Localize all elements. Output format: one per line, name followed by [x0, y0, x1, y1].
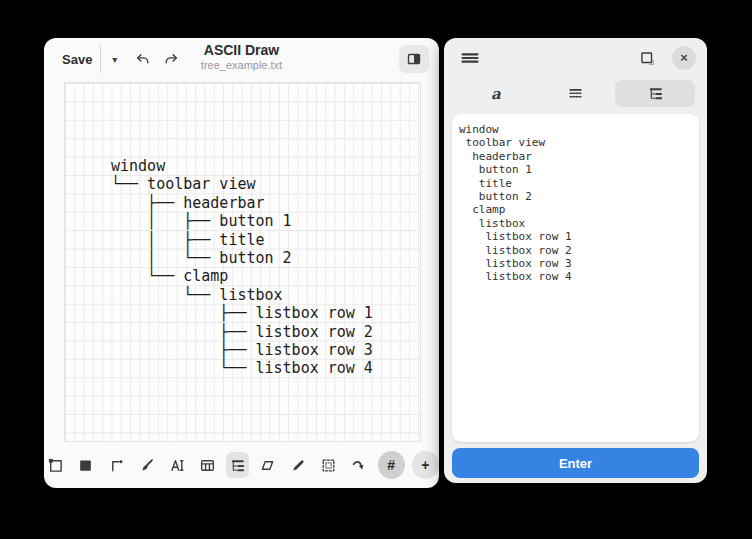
- tab-tree[interactable]: [615, 80, 695, 107]
- sidebar-toggle-button[interactable]: [399, 45, 429, 73]
- drawing-canvas[interactable]: window └── toolbar view ├── headerbar │ …: [64, 82, 421, 442]
- tool-line-button[interactable]: [105, 452, 128, 478]
- tool-eraser-button[interactable]: [256, 452, 279, 478]
- canvas-ascii-tree: window └── toolbar view ├── headerbar │ …: [111, 157, 373, 378]
- desktop: Save ▾ ASCII Draw: [0, 0, 752, 539]
- tool-brush-button[interactable]: [135, 452, 158, 478]
- tree-input-panel: × a window toolbar view head: [444, 38, 707, 483]
- brush-icon: [138, 457, 155, 474]
- chevron-down-icon: ▾: [112, 54, 117, 65]
- rectangle-icon: [47, 457, 64, 474]
- table-dotted-icon: [567, 85, 584, 102]
- table-icon: [199, 457, 216, 474]
- tree-text-input[interactable]: window toolbar view headerbar button 1 t…: [452, 114, 699, 442]
- close-button[interactable]: ×: [672, 46, 696, 70]
- menu-button[interactable]: [455, 44, 485, 72]
- tool-table-button[interactable]: [196, 452, 219, 478]
- tree-text-content: window toolbar view headerbar button 1 t…: [452, 114, 699, 293]
- tool-filled-rectangle-button[interactable]: [74, 452, 97, 478]
- ascii-draw-window: Save ▾ ASCII Draw: [44, 38, 439, 488]
- text-icon: [168, 457, 185, 474]
- undo-button[interactable]: [128, 45, 157, 73]
- tool-select-button[interactable]: [317, 452, 340, 478]
- tool-tree-button[interactable]: [226, 452, 249, 478]
- redo-icon: [163, 51, 180, 68]
- tool-rectangle-button[interactable]: [44, 452, 67, 478]
- left-titlebar: Save ▾ ASCII Draw: [44, 38, 439, 80]
- line-icon: [108, 457, 125, 474]
- character-picker-button[interactable]: #: [378, 451, 405, 479]
- text-tab-icon: a: [491, 85, 501, 103]
- hamburger-menu-icon: [461, 50, 479, 66]
- tree-tab-icon: [647, 85, 664, 102]
- tool-bar: # +: [44, 442, 439, 488]
- filled-rectangle-icon: [77, 457, 94, 474]
- tab-table[interactable]: [536, 80, 616, 107]
- redo-button[interactable]: [157, 45, 186, 73]
- tool-text-button[interactable]: [165, 452, 188, 478]
- save-button[interactable]: Save: [54, 45, 100, 73]
- panel-tabs: a: [456, 80, 695, 107]
- tree-icon: [229, 457, 246, 474]
- enter-button[interactable]: Enter: [452, 448, 699, 478]
- tool-move-button[interactable]: [347, 452, 370, 478]
- picker-icon: [290, 457, 307, 474]
- maximize-button[interactable]: [632, 44, 662, 72]
- eraser-icon: [259, 457, 276, 474]
- panel-header: ×: [444, 38, 707, 78]
- maximize-icon: [638, 49, 656, 67]
- move-arrow-icon: [350, 457, 367, 474]
- tab-text[interactable]: a: [456, 80, 536, 107]
- add-character-button[interactable]: +: [412, 451, 439, 479]
- select-region-icon: [320, 457, 337, 474]
- tool-picker-button[interactable]: [287, 452, 310, 478]
- undo-icon: [134, 51, 151, 68]
- sidebar-toggle-icon: [406, 51, 422, 67]
- save-menu-button[interactable]: ▾: [100, 45, 128, 73]
- titlebar-actions: Save ▾: [54, 38, 186, 80]
